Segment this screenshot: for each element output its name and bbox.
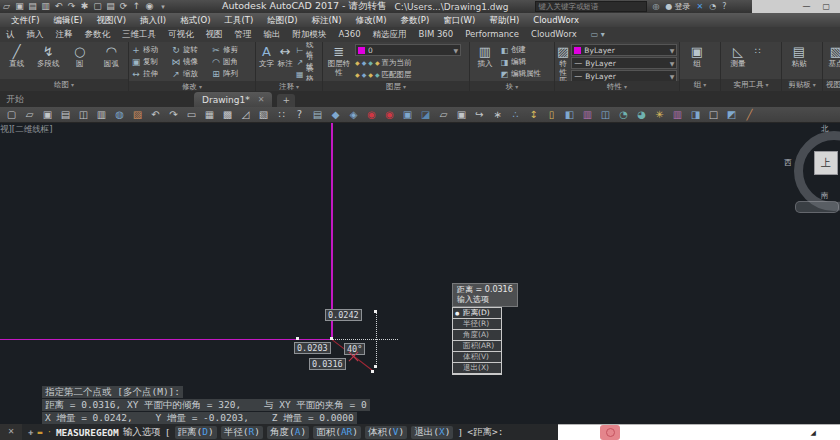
menu-item[interactable]: 编辑(E)	[47, 13, 90, 27]
cloud-icon[interactable]: ◔	[709, 2, 716, 11]
sheet-icon[interactable]: ▤	[104, 0, 117, 13]
layer-select[interactable]: 0 ▼	[355, 44, 461, 56]
trim-tool[interactable]: ✂ 修剪	[211, 44, 251, 56]
binoculars-icon[interactable]: ◎	[653, 2, 660, 11]
workspace-gear-icon[interactable]: ✱	[78, 0, 91, 13]
restore-button[interactable]: ▢	[822, 2, 830, 11]
rotate-tool[interactable]: ↻ 旋转	[171, 44, 211, 56]
menu-item[interactable]: 参数(P)	[393, 13, 436, 27]
array-tool[interactable]: ⊞ 阵列	[211, 68, 251, 80]
menu-item[interactable]: 修改(M)	[348, 13, 393, 27]
stretch-tool[interactable]: ↔ 拉伸	[131, 68, 171, 80]
command-option[interactable]: 退出(X)	[411, 426, 453, 439]
ribbon-tab[interactable]: 视图	[200, 27, 229, 42]
layers-dialog-icon[interactable]: ▩	[220, 107, 235, 123]
matchprops-icon[interactable]: ▨	[130, 107, 145, 123]
redo-icon[interactable]: ↷	[166, 107, 181, 123]
save-as-icon[interactable]: ▣	[454, 107, 469, 123]
panel-label[interactable]: 视图	[823, 79, 840, 91]
save-icon[interactable]: ▣	[13, 0, 26, 13]
viewport-controls[interactable]: 视][二维线框]	[0, 124, 52, 136]
dx-input[interactable]: 0.0242	[325, 309, 362, 321]
line-tool[interactable]: ╱ 直线	[2, 43, 32, 69]
folder-icon[interactable]: ▱	[436, 107, 451, 123]
minimize-button[interactable]: —	[802, 2, 810, 11]
layer-properties-button[interactable]: ≣ 图层特性	[325, 43, 353, 77]
spacing-icon[interactable]: ↕	[526, 107, 541, 123]
qnew-icon[interactable]: ▢	[4, 107, 19, 123]
lineweight-select[interactable]: — ByLayer ▼	[571, 57, 677, 69]
palette2-icon[interactable]: ▥	[670, 107, 685, 123]
brush-icon[interactable]: ╱	[742, 107, 757, 123]
panel-label[interactable]: 组	[680, 79, 720, 91]
viewcube-wcs-menu[interactable]	[795, 201, 839, 213]
help-icon[interactable]: ?	[292, 107, 307, 123]
measure-button[interactable]: ◺ 测量	[723, 43, 753, 69]
ribbon-tab[interactable]: 管理	[229, 27, 258, 42]
markup-icon[interactable]: ▤	[310, 107, 325, 123]
clip-icon[interactable]: ▯	[544, 107, 559, 123]
preview-icon[interactable]: ◫	[76, 107, 91, 123]
command-option[interactable]: 距离(D)	[175, 426, 217, 439]
command-line[interactable]: ✚ ▬ · MEASUREGEOM 输入选项 [ 距离(D)半径(R)角度(A)…	[22, 424, 558, 440]
ribbon-tab[interactable]: CloudWorx	[525, 27, 583, 42]
open-icon[interactable]: ▱	[0, 0, 13, 13]
image-icon[interactable]: ▣	[400, 107, 415, 123]
menu-item[interactable]: 窗口(W)	[436, 13, 482, 27]
close-tab-icon[interactable]: ✕	[258, 95, 265, 104]
cloudworx-a-icon[interactable]: ◉	[364, 107, 379, 123]
distance-input[interactable]: 0.0316	[309, 358, 346, 370]
menu-option[interactable]: 距离(D)	[453, 308, 501, 319]
panel-label[interactable]: 块	[470, 81, 554, 91]
search-magnifier-icon[interactable]	[600, 425, 620, 440]
a360-x-icon[interactable]: ✕	[697, 2, 704, 11]
undo-icon[interactable]: ↶	[52, 0, 65, 13]
record-icon[interactable]: ◉	[143, 0, 156, 13]
dimension-tool[interactable]: ↔ 标注	[277, 43, 294, 69]
viewcube-west[interactable]: 西	[784, 158, 792, 168]
mirror-tool[interactable]: ⋈ 镜像	[171, 56, 211, 68]
insert-block-button[interactable]: ▥ 插入	[472, 43, 498, 69]
capture-icon[interactable]: ◪	[418, 107, 433, 123]
move-tool[interactable]: + 移动	[131, 44, 171, 56]
menu-option[interactable]: 面积(AR)	[453, 341, 501, 352]
circle-tool[interactable]: ○ 圆	[65, 43, 95, 69]
export-icon[interactable]: ↪	[472, 107, 487, 123]
print-icon[interactable]: ▤	[58, 107, 73, 123]
qat-dropdown-icon[interactable]: ▾	[156, 3, 170, 11]
points-icon[interactable]: ∴	[508, 107, 523, 123]
menu-item[interactable]: 工具(T)	[217, 13, 260, 27]
edit-icon[interactable]: ◆	[328, 107, 343, 123]
ribbon-tab[interactable]: Performance	[459, 27, 525, 42]
group-button[interactable]: ▣ 组	[682, 43, 712, 69]
viewport-icon[interactable]: ▭	[184, 107, 199, 123]
block-create[interactable]: ◧ 创建	[500, 44, 541, 56]
palette-icon[interactable]: ▥	[580, 107, 595, 123]
arc-tool[interactable]: ◠ 圆弧	[97, 43, 127, 69]
help-circle-icon[interactable]: ?	[722, 2, 726, 11]
plot-icon[interactable]: ▥	[94, 107, 109, 123]
cloud-download-icon[interactable]: ◕	[634, 107, 649, 123]
menu-item[interactable]: 文件(F)	[4, 13, 47, 27]
dy-input[interactable]: 0.0203	[294, 342, 331, 354]
ribbon-tab[interactable]: 插入	[21, 27, 50, 42]
panel-label[interactable]: 剪贴板	[782, 79, 822, 91]
share-icon[interactable]: ↑	[130, 0, 143, 13]
search-input[interactable]: 键入关键字或短语	[535, 1, 647, 12]
menu-option[interactable]: 半径(R)	[453, 319, 501, 330]
contact-icon[interactable]: ◨	[688, 107, 703, 123]
settings-icon[interactable]: ∗	[490, 107, 505, 123]
ribbon-tab[interactable]: 附加模块	[287, 27, 333, 42]
cloud-sync-icon[interactable]: ◔	[616, 107, 631, 123]
ribbon-tab[interactable]: 注释	[50, 27, 79, 42]
sign-in-label[interactable]: 登录	[675, 1, 691, 12]
ribbon-tab[interactable]: BIM 360	[413, 27, 460, 42]
undo-icon[interactable]: ↶	[148, 107, 163, 123]
command-option[interactable]: 角度(A)	[267, 426, 309, 439]
copy-tool[interactable]: ▣ 复制	[131, 56, 171, 68]
panel-label[interactable]: 注释	[256, 81, 322, 91]
menu-item[interactable]: 格式(O)	[173, 13, 217, 27]
named-views-icon[interactable]: ▦	[202, 107, 217, 123]
ribbon-tab[interactable]: 认	[0, 27, 21, 42]
viewcube-north[interactable]: 北	[821, 124, 829, 134]
